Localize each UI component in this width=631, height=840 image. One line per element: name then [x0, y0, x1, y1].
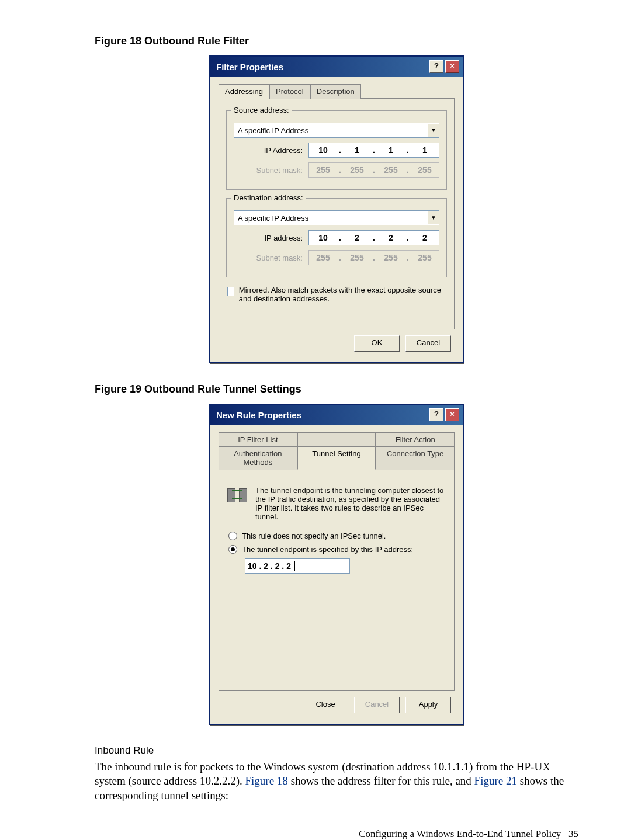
source-mask-input: 255. 255. 255. 255: [308, 162, 439, 178]
tab-spacer: [297, 432, 376, 447]
tunnel-ip-input[interactable]: 10 . 2 . 2 . 2: [245, 558, 350, 574]
tunnel-info-text: The tunnel endpoint is the tunneling com…: [255, 486, 446, 521]
mirrored-checkbox[interactable]: [227, 287, 234, 296]
destination-mask-input: 255. 255. 255. 255: [308, 250, 439, 265]
source-dropdown-value: A specific IP Address: [238, 126, 308, 135]
tab-tunnel-setting[interactable]: Tunnel Setting: [297, 446, 376, 470]
close-dialog-button[interactable]: Close: [303, 697, 348, 713]
tab-connection-type[interactable]: Connection Type: [376, 446, 455, 470]
para-text: shows the address filter for this rule, …: [288, 775, 474, 787]
footer-title: Configuring a Windows End-to-End Tunnel …: [359, 828, 561, 839]
ip-octet: 10: [309, 145, 337, 155]
ip-octet: 255: [411, 165, 439, 175]
ok-button[interactable]: OK: [354, 335, 400, 352]
destination-address-dropdown[interactable]: A specific IP Address ▼: [234, 210, 439, 225]
ip-octet: 2: [411, 233, 439, 242]
ip-octet: 1: [377, 145, 405, 155]
destination-ip-input[interactable]: 10. 2. 2. 2: [308, 230, 439, 245]
destination-legend: Destination address:: [231, 193, 306, 202]
mirrored-label: Mirrored. Also match packets with the ex…: [239, 286, 446, 303]
radio-no-tunnel-label: This rule does not specify an IPSec tunn…: [242, 532, 386, 540]
tab-ip-filter-list[interactable]: IP Filter List: [219, 432, 297, 447]
dialog1-title: Filter Properties: [216, 62, 283, 72]
figure-19-caption: Figure 19 Outbound Rule Tunnel Settings: [95, 383, 578, 395]
filter-properties-dialog: Filter Properties ? × Addressing Protoco…: [209, 55, 464, 363]
destination-mask-label: Subnet mask:: [234, 254, 303, 262]
figure-18-caption: Figure 18 Outbound Rule Filter: [95, 35, 578, 47]
ip-octet: 255: [377, 253, 405, 262]
close-button[interactable]: ×: [445, 60, 459, 73]
radio-no-tunnel-row[interactable]: This rule does not specify an IPSec tunn…: [228, 532, 445, 540]
cancel-button: Cancel: [354, 697, 400, 713]
source-address-group: Source address: A specific IP Address ▼ …: [226, 110, 447, 190]
ip-octet: 2: [377, 233, 405, 242]
radio-specify-tunnel-row[interactable]: The tunnel endpoint is specified by this…: [228, 545, 445, 554]
destination-ip-label: IP address:: [234, 234, 303, 242]
source-legend: Source address:: [231, 106, 292, 114]
source-mask-label: Subnet mask:: [234, 166, 303, 175]
chevron-down-icon: ▼: [428, 124, 439, 137]
chevron-down-icon: ▼: [428, 211, 439, 224]
ip-octet: 1: [343, 145, 371, 155]
footer-page-number: 35: [568, 828, 578, 839]
ip-octet: 10: [309, 233, 337, 242]
source-ip-input[interactable]: 10. 1. 1. 1: [308, 143, 439, 158]
inbound-rule-heading: Inbound Rule: [95, 745, 578, 756]
dialog2-title: New Rule Properties: [216, 410, 301, 420]
destination-address-group: Destination address: A specific IP Addre…: [226, 198, 447, 277]
ip-octet: 255: [343, 253, 371, 262]
source-ip-label: IP Address:: [234, 146, 303, 155]
figure-18-link[interactable]: Figure 18: [245, 775, 288, 787]
figure-21-link[interactable]: Figure 21: [474, 775, 517, 787]
ip-octet: 1: [411, 145, 439, 155]
tab-protocol[interactable]: Protocol: [269, 84, 310, 99]
apply-button[interactable]: Apply: [405, 697, 451, 713]
close-button[interactable]: ×: [445, 408, 459, 421]
ip-octet: 2: [343, 233, 371, 242]
new-rule-properties-dialog: New Rule Properties ? × IP Filter List F…: [209, 404, 464, 725]
ip-octet: 255: [309, 165, 337, 175]
mirrored-checkbox-row: Mirrored. Also match packets with the ex…: [227, 286, 446, 303]
help-button[interactable]: ?: [429, 60, 443, 73]
radio-specify-tunnel-label: The tunnel endpoint is specified by this…: [242, 545, 413, 554]
radio-no-tunnel[interactable]: [228, 532, 237, 540]
dialog1-titlebar: Filter Properties ? ×: [210, 57, 463, 77]
inbound-rule-paragraph: The inbound rule is for packets to the W…: [95, 760, 578, 803]
page-footer: Configuring a Windows End-to-End Tunnel …: [95, 828, 578, 840]
ip-octet: 255: [343, 165, 371, 175]
tab-addressing[interactable]: Addressing: [219, 84, 269, 99]
tab-auth-methods[interactable]: Authentication Methods: [219, 446, 297, 470]
cancel-button[interactable]: Cancel: [405, 335, 451, 352]
ip-octet: 255: [309, 253, 337, 262]
tab-description[interactable]: Description: [310, 84, 361, 99]
ip-octet: 255: [377, 165, 405, 175]
tunnel-ip-value: 10 . 2 . 2 . 2: [248, 561, 291, 571]
help-button[interactable]: ?: [429, 408, 443, 421]
text-caret: [294, 561, 295, 571]
radio-specify-tunnel[interactable]: [228, 545, 237, 554]
tunnel-icon: [227, 486, 247, 504]
dialog2-titlebar: New Rule Properties ? ×: [210, 405, 463, 425]
destination-dropdown-value: A specific IP Address: [238, 214, 308, 223]
source-address-dropdown[interactable]: A specific IP Address ▼: [234, 123, 439, 138]
ip-octet: 255: [411, 253, 439, 262]
tab-filter-action[interactable]: Filter Action: [376, 432, 455, 447]
